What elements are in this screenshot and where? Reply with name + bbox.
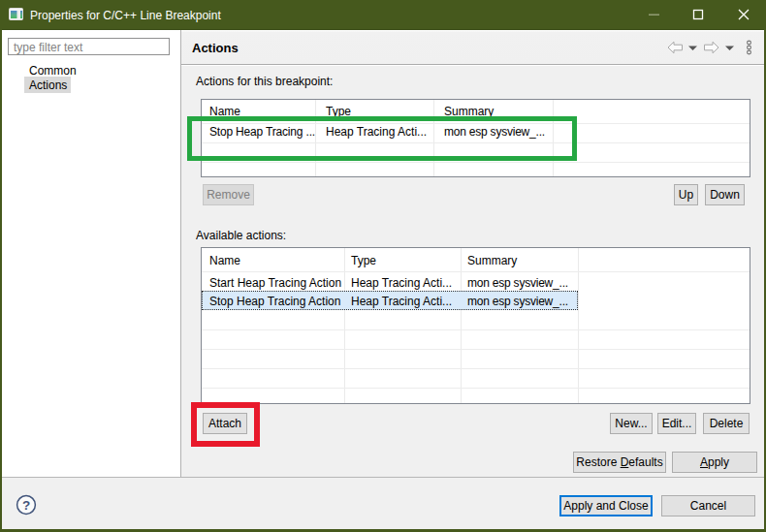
svg-text:?: ? xyxy=(22,498,30,513)
